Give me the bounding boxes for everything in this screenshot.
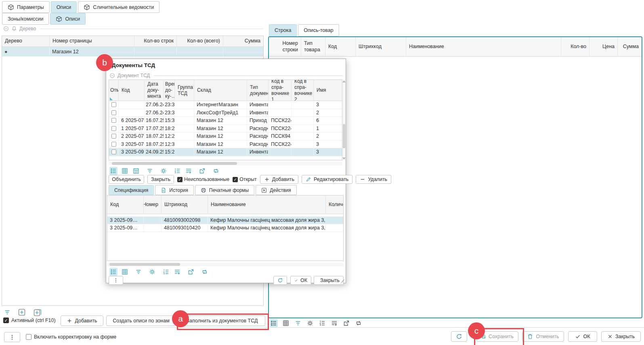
collapse-icon[interactable] [3, 26, 9, 32]
row-checkbox[interactable] [111, 102, 116, 107]
tab-opisi-top[interactable]: Описи [51, 1, 77, 13]
dialog-refresh-button[interactable] [273, 276, 287, 285]
row-checkbox[interactable] [111, 110, 116, 115]
column-header[interactable]: Врем до- ку-… [164, 80, 175, 101]
row-checkbox[interactable] [111, 149, 116, 154]
tsd-doc-row[interactable]: 6 2025-07… 16.07.25 15:33 Магазин 12 При… [109, 117, 342, 125]
column-header[interactable]: Код в спра- вочнике 2 [292, 80, 314, 101]
column-header[interactable]: Имя [314, 80, 342, 101]
doc-table-vertical-scrollbar[interactable] [342, 80, 346, 160]
column-header[interactable]: Номер страницы [50, 36, 134, 46]
spec-row-selected[interactable]: 3 2025-09… 4810093002098 Кефир Малочны г… [107, 217, 343, 224]
tab-parametry[interactable]: Параметры [2, 1, 50, 13]
list-view-icon[interactable] [109, 167, 117, 175]
column-header[interactable]: Номер [144, 196, 162, 214]
add-doc-button[interactable]: Добавить [260, 175, 298, 184]
row-checkbox[interactable] [111, 142, 116, 147]
column-header[interactable]: Сумма [618, 37, 642, 56]
dialog-ok-button[interactable]: ОК [290, 276, 311, 285]
add-row-icon[interactable] [173, 268, 181, 276]
grid-view-icon[interactable] [282, 319, 290, 327]
add-box-multiple-icon[interactable] [32, 307, 43, 318]
column-header[interactable]: Количе… [326, 196, 343, 214]
open-external-icon[interactable] [198, 167, 206, 175]
open-external-icon[interactable] [187, 268, 195, 276]
dialog-close-button[interactable]: Закрыть [314, 276, 344, 285]
tab-istoriya[interactable]: История [155, 185, 194, 195]
column-header[interactable]: Дерево [2, 36, 50, 46]
column-header[interactable]: Тип товара [301, 37, 325, 56]
column-header[interactable]: Кол-во (всего) [177, 36, 223, 46]
grid-view-icon[interactable] [121, 167, 129, 175]
delete-doc-button[interactable]: Удалить [356, 175, 391, 184]
dialog-kebab-button[interactable] [109, 276, 123, 285]
column-header[interactable]: Цена [589, 37, 618, 56]
merge-button[interactable]: Объединить [109, 175, 144, 184]
tsd-doc-row[interactable]: 27.06.24 23:31 ИнтернетМагазин Инвентар…… [109, 101, 342, 109]
column-header[interactable]: Кол-во [561, 37, 589, 56]
active-checkbox[interactable] [3, 318, 9, 323]
cancel-button[interactable]: Отменить [522, 331, 564, 342]
ok-button[interactable]: ОК [568, 331, 597, 342]
tab-stroka[interactable]: Строка [269, 24, 297, 36]
column-header[interactable]: Код [119, 80, 145, 101]
column-header[interactable]: Кол-во строк [134, 36, 177, 46]
column-header[interactable]: Номер строки [269, 37, 301, 56]
column-header[interactable]: Штрихкод [356, 37, 406, 56]
row-checkbox[interactable] [111, 118, 116, 123]
tab-dejstviya[interactable]: Действия [256, 185, 297, 195]
tab-specifikaciya[interactable]: Спецификация [109, 185, 154, 195]
resize-grip[interactable] [341, 278, 345, 282]
bell-icon[interactable] [11, 26, 17, 32]
kebab-menu-button[interactable] [4, 332, 20, 342]
open-external-icon[interactable] [342, 319, 350, 327]
tab-opis-tovar[interactable]: Опись-товар [298, 24, 339, 36]
add-row-icon[interactable] [185, 167, 193, 175]
tab-zony-komissii[interactable]: Зоны/комиссии [2, 13, 49, 25]
settings-gear-icon[interactable] [306, 319, 314, 327]
column-header[interactable]: Дата доку- мента [145, 80, 164, 101]
unused-checkbox[interactable] [177, 177, 183, 182]
numbered-list-icon[interactable] [162, 268, 170, 276]
tree-row-magazin-12[interactable]: ● Магазин 12 [2, 47, 263, 57]
numbered-list-icon[interactable] [173, 167, 181, 175]
add-row-icon[interactable] [330, 319, 338, 327]
collapse-icon[interactable] [109, 73, 115, 78]
column-header[interactable]: Склад [194, 80, 247, 101]
doc-table-horizontal-scrollbar[interactable] [109, 162, 342, 165]
column-header[interactable]: Наименование [406, 37, 561, 56]
tsd-doc-row-selected[interactable]: 3 2025-09… 24.09.25 15:23 Магазин 12 Инв… [109, 148, 342, 156]
correction-checkbox[interactable] [26, 334, 31, 340]
column-header[interactable]: Сумма [223, 36, 263, 46]
filter-icon[interactable] [146, 167, 154, 175]
column-header[interactable]: Код в спра- вочнике 1 [269, 80, 292, 101]
settings-gear-icon[interactable] [148, 268, 156, 276]
tab-opisi-second[interactable]: Описи [50, 13, 86, 25]
refresh-button[interactable] [451, 331, 467, 342]
tab-pechatnye-formy[interactable]: Печатные формы [195, 185, 254, 195]
list-view-icon[interactable] [270, 319, 278, 327]
settings-gear-icon[interactable] [159, 167, 168, 175]
close-docs-button[interactable]: Закрыть [147, 175, 174, 184]
edit-doc-button[interactable]: Редактировать [302, 175, 352, 184]
column-header[interactable]: Отм. [109, 80, 119, 101]
reload-cycle-icon[interactable] [201, 268, 209, 276]
open-checkbox[interactable] [233, 177, 238, 182]
tsd-doc-row[interactable]: 27.06.24 23:36 ЛюксСофтТрейд1 Инвентар… … [109, 109, 342, 117]
row-checkbox[interactable] [111, 126, 116, 131]
column-header[interactable]: Код [325, 37, 356, 56]
row-checkbox[interactable] [111, 134, 116, 139]
numbered-list-icon[interactable] [318, 319, 326, 327]
column-header[interactable]: Код [107, 196, 144, 214]
add-box-icon[interactable] [17, 307, 27, 317]
reload-cycle-icon[interactable] [355, 319, 363, 327]
filter-icon[interactable] [134, 268, 143, 276]
create-by-zones-button[interactable]: Создать описи по зонам [106, 316, 176, 326]
filter-icon[interactable] [3, 308, 11, 316]
spec-row[interactable]: 3 2025-09… 4810093010420 Кефир Малочны г… [107, 224, 343, 232]
column-header[interactable]: Тип документа [247, 80, 269, 101]
add-button[interactable]: Добавить [61, 316, 103, 326]
calendar-table-icon[interactable] [132, 167, 140, 175]
filter-icon[interactable] [294, 319, 302, 327]
column-header[interactable]: Группа ТСД [175, 80, 194, 101]
